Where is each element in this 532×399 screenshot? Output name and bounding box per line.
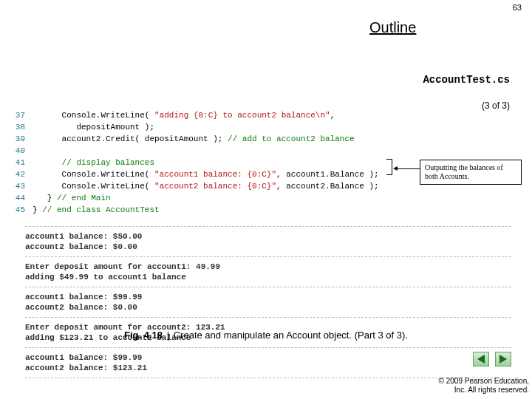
svg-marker-1 [499, 355, 507, 364]
code-content: Console.WriteLine( "account2 balance: {0… [33, 180, 379, 192]
copyright-line-1: © 2009 Pearson Education, [439, 377, 529, 386]
file-name-label: AccountTest.cs [423, 74, 510, 86]
output-line: account1 balance: $99.99 [25, 352, 511, 363]
svg-marker-0 [477, 355, 485, 364]
line-number: 41 [13, 157, 33, 168]
code-line: 45} // end class AccountTest [13, 204, 519, 216]
code-content: } // end class AccountTest [33, 204, 160, 216]
line-number: 45 [13, 204, 33, 216]
code-line: 38 depositAmount ); [13, 121, 519, 133]
callout-bracket [386, 159, 392, 175]
line-number: 38 [13, 121, 33, 133]
copyright-line-2: Inc. All rights reserved. [439, 386, 529, 395]
code-content: // display balances [33, 157, 154, 168]
output-line: account2 balance: $123.21 [25, 363, 511, 373]
figure-separator: | [166, 330, 171, 341]
output-line: adding $49.99 to account1 balance [25, 272, 511, 282]
figure-number: Fig. 4.18 [124, 330, 163, 341]
code-line: 39 account2.Credit( depositAmount ); // … [13, 133, 519, 145]
next-button[interactable] [495, 352, 511, 366]
callout-arrow [393, 168, 420, 169]
code-content: account2.Credit( depositAmount ); // add… [33, 133, 355, 145]
triangle-left-icon [477, 355, 485, 364]
line-number: 39 [13, 133, 33, 145]
prev-button[interactable] [473, 352, 489, 366]
page-number: 63 [513, 3, 522, 12]
copyright-text: © 2009 Pearson Education, Inc. All right… [439, 377, 529, 395]
output-line: account2 balance: $0.00 [25, 242, 511, 252]
line-number: 42 [13, 168, 33, 180]
output-line: account2 balance: $0.00 [25, 302, 511, 313]
nav-arrows [473, 352, 511, 366]
output-line: account1 balance: $99.99 [25, 292, 511, 302]
triangle-right-icon [499, 355, 507, 364]
line-number: 40 [13, 145, 33, 157]
program-output: account1 balance: $50.00account2 balance… [25, 222, 511, 383]
line-number: 44 [13, 192, 33, 204]
output-line: account1 balance: $50.00 [25, 231, 511, 242]
code-content: } // end Main [33, 192, 111, 204]
code-line: 40 [13, 145, 519, 157]
code-content: Console.WriteLine( "account1 balance: {0… [33, 168, 379, 180]
outline-heading: Outline [369, 19, 416, 36]
output-line: Enter deposit amount for account1: 49.99 [25, 262, 511, 272]
line-number: 37 [13, 109, 33, 121]
line-number: 43 [13, 180, 33, 192]
code-line: 44 } // end Main [13, 192, 519, 204]
figure-text: Create and manipulate an Account object.… [174, 330, 408, 341]
code-content: depositAmount ); [33, 121, 154, 133]
code-line: 37 Console.WriteLine( "adding {0:C} to a… [13, 109, 519, 121]
callout-box: Outputting the balances of both Accounts… [420, 160, 522, 185]
figure-caption: Fig. 4.18 | Create and manipulate an Acc… [0, 330, 532, 341]
code-content: Console.WriteLine( "adding {0:C} to acco… [33, 109, 335, 121]
